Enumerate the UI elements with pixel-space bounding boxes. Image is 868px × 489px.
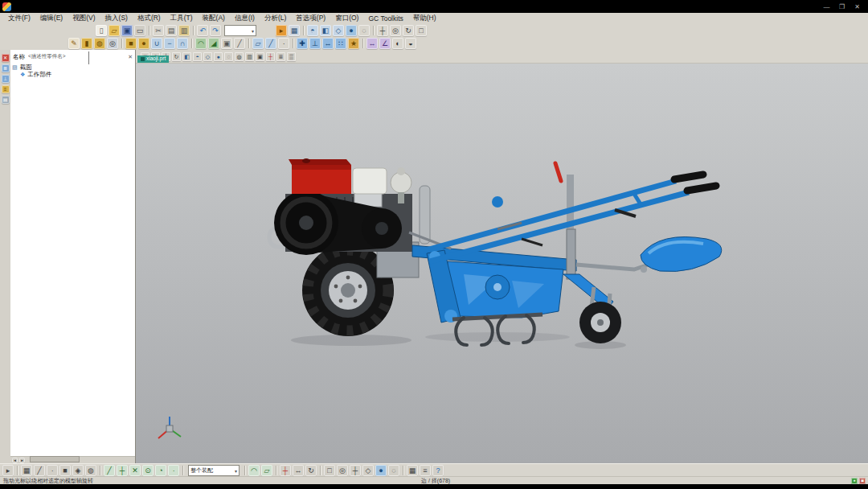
undo-icon[interactable]: ↶ xyxy=(197,25,208,36)
new-icon[interactable]: ▯ xyxy=(96,25,107,36)
close-panel-icon[interactable]: ✕ xyxy=(2,54,10,62)
minimize-button[interactable]: — xyxy=(821,2,833,11)
snapshot-sm-icon[interactable]: ▣ xyxy=(256,52,264,61)
status-alert-icon[interactable]: ▣ xyxy=(859,478,866,484)
snap-point-on-curve-icon[interactable]: ◠ xyxy=(248,465,260,476)
move-object-icon[interactable]: ↔ xyxy=(293,465,304,476)
command-finder-box[interactable]: ▾ xyxy=(224,25,256,36)
front-sm-icon[interactable]: ◧ xyxy=(182,52,191,61)
section-sm-icon[interactable]: ▥ xyxy=(245,52,254,61)
extrude-icon[interactable]: ▮ xyxy=(81,38,92,49)
measure-distance-icon[interactable]: ↔ xyxy=(366,38,378,49)
add-component-icon[interactable]: ✚ xyxy=(297,38,308,49)
snap-midpoint-icon[interactable]: ┼ xyxy=(117,465,128,476)
print-icon[interactable]: ▭ xyxy=(134,25,145,36)
datum-plane-icon[interactable]: ▱ xyxy=(252,38,264,49)
window-icon[interactable]: ▦ xyxy=(289,25,300,36)
window-cascade-icon[interactable]: ▦ xyxy=(407,465,418,476)
paste-icon[interactable]: ▥ xyxy=(178,25,190,36)
zoom-bottom-icon[interactable]: ◎ xyxy=(337,465,348,476)
wcs-icon[interactable]: ┼ xyxy=(280,465,291,476)
point-icon[interactable]: ∙ xyxy=(278,38,289,49)
rotate-sm-icon[interactable]: ↻ xyxy=(172,52,181,61)
snap-intersection-icon[interactable]: ✕ xyxy=(129,465,141,476)
edge-blend-icon[interactable]: ◠ xyxy=(195,38,207,49)
shaded-bottom-icon[interactable]: ● xyxy=(375,465,387,476)
model-3d-walking-tractor[interactable] xyxy=(256,152,731,353)
datum-axis-icon[interactable]: ╱ xyxy=(265,38,276,49)
menu-item-11[interactable]: 窗口(O) xyxy=(330,14,363,23)
selection-scope-dropdown[interactable]: 整个装配▾ xyxy=(188,465,240,476)
start-menu-icon[interactable]: ▸ xyxy=(276,25,287,36)
top-view-icon[interactable]: ◓ xyxy=(307,25,318,36)
perspective-bottom-icon[interactable]: ◇ xyxy=(362,465,374,476)
chamfer-icon[interactable]: ◢ xyxy=(208,38,219,49)
assembly-navigator-icon[interactable]: ≣ xyxy=(2,64,10,72)
rotate-view-icon[interactable]: ↻ xyxy=(403,25,414,36)
move-component-icon[interactable]: ↔ xyxy=(322,38,334,49)
menu-item-13[interactable]: 帮助(H) xyxy=(408,14,441,23)
pattern-component-icon[interactable]: ∷ xyxy=(335,38,346,49)
wireframe-sm-icon[interactable]: ◌ xyxy=(224,52,233,61)
selection-mode-icon[interactable]: ▸ xyxy=(2,465,14,476)
part-navigator-icon[interactable]: ≡ xyxy=(2,85,10,93)
body-filter-icon[interactable]: ■ xyxy=(59,465,71,476)
wireframe-bottom-icon[interactable]: ◌ xyxy=(388,465,399,476)
fit-view-icon[interactable]: □ xyxy=(416,25,427,36)
block-icon[interactable]: ■ xyxy=(125,38,137,49)
snap-existing-point-icon[interactable]: ∙ xyxy=(168,465,179,476)
subtract-icon[interactable]: − xyxy=(164,38,175,49)
navigator-column-divider[interactable] xyxy=(88,51,89,64)
exploded-view-icon[interactable]: ★ xyxy=(348,38,359,49)
menu-item-5[interactable]: 格式(R) xyxy=(133,14,166,23)
revolve-icon[interactable]: ◍ xyxy=(94,38,105,49)
menu-item-3[interactable]: 视图(V) xyxy=(68,14,100,23)
zoom-view-icon[interactable]: ◎ xyxy=(390,25,401,36)
edge-filter-icon[interactable]: ╱ xyxy=(34,465,45,476)
unite-icon[interactable]: ∪ xyxy=(151,38,162,49)
show-hide-icon[interactable]: ◒ xyxy=(405,38,416,49)
menu-item-1[interactable]: 文件(F) xyxy=(3,14,35,23)
snap-endpoint-icon[interactable]: ╱ xyxy=(104,465,115,476)
pan-view-icon[interactable]: ┼ xyxy=(377,25,388,36)
part-file-tab[interactable]: xiaoji.prt xyxy=(137,55,169,63)
wireframe-view-icon[interactable]: ◌ xyxy=(358,25,370,36)
copy-icon[interactable]: ▤ xyxy=(166,25,177,36)
fit-bottom-icon[interactable]: □ xyxy=(324,465,335,476)
snap-arc-center-icon[interactable]: ⊙ xyxy=(142,465,154,476)
wcs-sm-icon[interactable]: ┼ xyxy=(266,52,275,61)
scroll-left-icon[interactable]: ◂ xyxy=(12,458,18,463)
feature-filter-icon[interactable]: ◍ xyxy=(85,465,96,476)
measure-angle-icon[interactable]: ∠ xyxy=(379,38,391,49)
cut-icon[interactable]: ✂ xyxy=(153,25,164,36)
snap-point-on-face-icon[interactable]: ▱ xyxy=(261,465,272,476)
status-online-icon[interactable]: ● xyxy=(851,478,858,484)
top-sm-icon[interactable]: ◓ xyxy=(193,52,202,61)
component-filter-icon[interactable]: ◈ xyxy=(72,465,84,476)
rotate-object-icon[interactable]: ↻ xyxy=(305,465,317,476)
front-view-icon[interactable]: ◧ xyxy=(320,25,331,36)
shell-icon[interactable]: ▣ xyxy=(221,38,232,49)
menu-item-4[interactable]: 插入(S) xyxy=(100,14,133,23)
vertex-filter-icon[interactable]: ∙ xyxy=(47,465,58,476)
constraint-navigator-icon[interactable]: ⊥ xyxy=(2,75,10,83)
menu-item-12[interactable]: GC Toolkits xyxy=(363,14,407,23)
info-bottom-icon[interactable]: ≡ xyxy=(420,465,431,476)
menu-item-8[interactable]: 信息(I) xyxy=(230,14,260,23)
scrollbar-thumb[interactable] xyxy=(30,456,80,462)
menu-item-6[interactable]: 工具(T) xyxy=(166,14,198,23)
layers-sm-icon[interactable]: ≣ xyxy=(276,52,285,61)
graphics-window[interactable] xyxy=(136,64,868,463)
redo-icon[interactable]: ↷ xyxy=(210,25,221,36)
shaded-view-icon[interactable]: ● xyxy=(346,25,357,36)
assembly-constraints-icon[interactable]: ⊥ xyxy=(309,38,321,49)
pan-bottom-icon[interactable]: ┼ xyxy=(350,465,361,476)
face-filter-icon[interactable]: ▦ xyxy=(21,465,32,476)
menu-item-10[interactable]: 首选项(P) xyxy=(291,14,330,23)
cylinder-icon[interactable]: ● xyxy=(138,38,149,49)
reuse-library-icon[interactable]: ▤ xyxy=(2,96,10,104)
menu-item-2[interactable]: 编辑(E) xyxy=(35,14,68,23)
hole-icon[interactable]: ◎ xyxy=(107,38,118,49)
menu-item-7[interactable]: 装配(A) xyxy=(198,14,230,23)
draft-icon[interactable]: ╱ xyxy=(234,38,245,49)
